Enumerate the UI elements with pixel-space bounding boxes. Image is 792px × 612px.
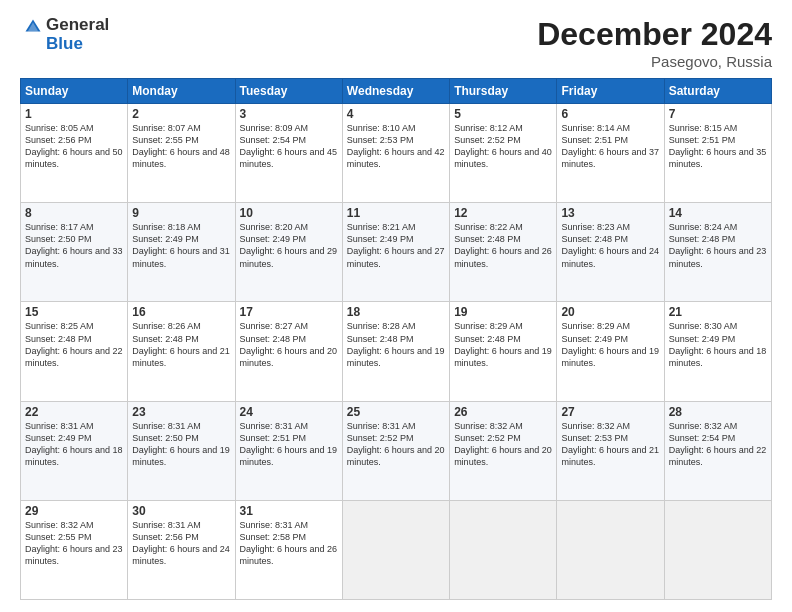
- calendar-cell: [450, 500, 557, 599]
- calendar-cell: 13 Sunrise: 8:23 AMSunset: 2:48 PMDaylig…: [557, 203, 664, 302]
- day-number: 5: [454, 107, 552, 121]
- calendar-week-4: 22 Sunrise: 8:31 AMSunset: 2:49 PMDaylig…: [21, 401, 772, 500]
- day-number: 3: [240, 107, 338, 121]
- calendar-cell: 7 Sunrise: 8:15 AMSunset: 2:51 PMDayligh…: [664, 104, 771, 203]
- day-number: 28: [669, 405, 767, 419]
- calendar-week-2: 8 Sunrise: 8:17 AMSunset: 2:50 PMDayligh…: [21, 203, 772, 302]
- col-header-friday: Friday: [557, 79, 664, 104]
- day-number: 22: [25, 405, 123, 419]
- day-detail: Sunrise: 8:32 AMSunset: 2:55 PMDaylight:…: [25, 520, 123, 566]
- calendar-cell: 9 Sunrise: 8:18 AMSunset: 2:49 PMDayligh…: [128, 203, 235, 302]
- day-detail: Sunrise: 8:31 AMSunset: 2:49 PMDaylight:…: [25, 421, 123, 467]
- day-detail: Sunrise: 8:15 AMSunset: 2:51 PMDaylight:…: [669, 123, 767, 169]
- day-detail: Sunrise: 8:17 AMSunset: 2:50 PMDaylight:…: [25, 222, 123, 268]
- calendar-cell: 20 Sunrise: 8:29 AMSunset: 2:49 PMDaylig…: [557, 302, 664, 401]
- calendar-cell: 8 Sunrise: 8:17 AMSunset: 2:50 PMDayligh…: [21, 203, 128, 302]
- day-detail: Sunrise: 8:20 AMSunset: 2:49 PMDaylight:…: [240, 222, 338, 268]
- day-detail: Sunrise: 8:22 AMSunset: 2:48 PMDaylight:…: [454, 222, 552, 268]
- calendar-cell: 26 Sunrise: 8:32 AMSunset: 2:52 PMDaylig…: [450, 401, 557, 500]
- calendar-cell: [664, 500, 771, 599]
- calendar-week-3: 15 Sunrise: 8:25 AMSunset: 2:48 PMDaylig…: [21, 302, 772, 401]
- logo-text: General Blue: [46, 16, 109, 53]
- day-detail: Sunrise: 8:30 AMSunset: 2:49 PMDaylight:…: [669, 321, 767, 367]
- calendar-cell: 15 Sunrise: 8:25 AMSunset: 2:48 PMDaylig…: [21, 302, 128, 401]
- day-detail: Sunrise: 8:32 AMSunset: 2:53 PMDaylight:…: [561, 421, 659, 467]
- col-header-thursday: Thursday: [450, 79, 557, 104]
- day-number: 16: [132, 305, 230, 319]
- calendar-cell: 28 Sunrise: 8:32 AMSunset: 2:54 PMDaylig…: [664, 401, 771, 500]
- day-detail: Sunrise: 8:10 AMSunset: 2:53 PMDaylight:…: [347, 123, 445, 169]
- calendar-cell: 14 Sunrise: 8:24 AMSunset: 2:48 PMDaylig…: [664, 203, 771, 302]
- day-number: 1: [25, 107, 123, 121]
- day-number: 8: [25, 206, 123, 220]
- calendar-cell: 16 Sunrise: 8:26 AMSunset: 2:48 PMDaylig…: [128, 302, 235, 401]
- day-number: 29: [25, 504, 123, 518]
- day-detail: Sunrise: 8:21 AMSunset: 2:49 PMDaylight:…: [347, 222, 445, 268]
- page: General Blue December 2024 Pasegovo, Rus…: [0, 0, 792, 612]
- day-number: 19: [454, 305, 552, 319]
- day-number: 25: [347, 405, 445, 419]
- day-detail: Sunrise: 8:14 AMSunset: 2:51 PMDaylight:…: [561, 123, 659, 169]
- logo: General Blue: [20, 16, 109, 53]
- day-detail: Sunrise: 8:31 AMSunset: 2:52 PMDaylight:…: [347, 421, 445, 467]
- day-number: 11: [347, 206, 445, 220]
- day-detail: Sunrise: 8:07 AMSunset: 2:55 PMDaylight:…: [132, 123, 230, 169]
- calendar-cell: 3 Sunrise: 8:09 AMSunset: 2:54 PMDayligh…: [235, 104, 342, 203]
- calendar-cell: 27 Sunrise: 8:32 AMSunset: 2:53 PMDaylig…: [557, 401, 664, 500]
- calendar-cell: 19 Sunrise: 8:29 AMSunset: 2:48 PMDaylig…: [450, 302, 557, 401]
- day-detail: Sunrise: 8:25 AMSunset: 2:48 PMDaylight:…: [25, 321, 123, 367]
- calendar-cell: 21 Sunrise: 8:30 AMSunset: 2:49 PMDaylig…: [664, 302, 771, 401]
- title-block: December 2024 Pasegovo, Russia: [537, 16, 772, 70]
- day-number: 10: [240, 206, 338, 220]
- day-number: 4: [347, 107, 445, 121]
- day-detail: Sunrise: 8:28 AMSunset: 2:48 PMDaylight:…: [347, 321, 445, 367]
- logo-general: General: [46, 16, 109, 35]
- calendar-cell: 4 Sunrise: 8:10 AMSunset: 2:53 PMDayligh…: [342, 104, 449, 203]
- calendar-cell: 10 Sunrise: 8:20 AMSunset: 2:49 PMDaylig…: [235, 203, 342, 302]
- calendar-cell: 24 Sunrise: 8:31 AMSunset: 2:51 PMDaylig…: [235, 401, 342, 500]
- calendar-cell: 12 Sunrise: 8:22 AMSunset: 2:48 PMDaylig…: [450, 203, 557, 302]
- day-detail: Sunrise: 8:05 AMSunset: 2:56 PMDaylight:…: [25, 123, 123, 169]
- header: General Blue December 2024 Pasegovo, Rus…: [20, 16, 772, 70]
- day-number: 26: [454, 405, 552, 419]
- day-detail: Sunrise: 8:32 AMSunset: 2:52 PMDaylight:…: [454, 421, 552, 467]
- day-number: 21: [669, 305, 767, 319]
- calendar-cell: 22 Sunrise: 8:31 AMSunset: 2:49 PMDaylig…: [21, 401, 128, 500]
- calendar-week-1: 1 Sunrise: 8:05 AMSunset: 2:56 PMDayligh…: [21, 104, 772, 203]
- calendar-cell: 2 Sunrise: 8:07 AMSunset: 2:55 PMDayligh…: [128, 104, 235, 203]
- day-number: 20: [561, 305, 659, 319]
- day-number: 31: [240, 504, 338, 518]
- calendar-cell: [557, 500, 664, 599]
- day-number: 23: [132, 405, 230, 419]
- calendar-cell: 5 Sunrise: 8:12 AMSunset: 2:52 PMDayligh…: [450, 104, 557, 203]
- col-header-wednesday: Wednesday: [342, 79, 449, 104]
- day-number: 14: [669, 206, 767, 220]
- calendar-cell: 1 Sunrise: 8:05 AMSunset: 2:56 PMDayligh…: [21, 104, 128, 203]
- day-detail: Sunrise: 8:18 AMSunset: 2:49 PMDaylight:…: [132, 222, 230, 268]
- calendar-header-row: SundayMondayTuesdayWednesdayThursdayFrid…: [21, 79, 772, 104]
- day-number: 27: [561, 405, 659, 419]
- calendar-cell: 23 Sunrise: 8:31 AMSunset: 2:50 PMDaylig…: [128, 401, 235, 500]
- day-number: 17: [240, 305, 338, 319]
- day-detail: Sunrise: 8:27 AMSunset: 2:48 PMDaylight:…: [240, 321, 338, 367]
- day-detail: Sunrise: 8:29 AMSunset: 2:49 PMDaylight:…: [561, 321, 659, 367]
- calendar-cell: 29 Sunrise: 8:32 AMSunset: 2:55 PMDaylig…: [21, 500, 128, 599]
- calendar-cell: 18 Sunrise: 8:28 AMSunset: 2:48 PMDaylig…: [342, 302, 449, 401]
- logo-blue: Blue: [46, 35, 109, 54]
- calendar-cell: 11 Sunrise: 8:21 AMSunset: 2:49 PMDaylig…: [342, 203, 449, 302]
- day-detail: Sunrise: 8:26 AMSunset: 2:48 PMDaylight:…: [132, 321, 230, 367]
- day-number: 2: [132, 107, 230, 121]
- day-detail: Sunrise: 8:29 AMSunset: 2:48 PMDaylight:…: [454, 321, 552, 367]
- day-detail: Sunrise: 8:31 AMSunset: 2:58 PMDaylight:…: [240, 520, 338, 566]
- calendar-cell: 25 Sunrise: 8:31 AMSunset: 2:52 PMDaylig…: [342, 401, 449, 500]
- day-number: 15: [25, 305, 123, 319]
- day-detail: Sunrise: 8:31 AMSunset: 2:51 PMDaylight:…: [240, 421, 338, 467]
- calendar-cell: 30 Sunrise: 8:31 AMSunset: 2:56 PMDaylig…: [128, 500, 235, 599]
- day-detail: Sunrise: 8:31 AMSunset: 2:50 PMDaylight:…: [132, 421, 230, 467]
- calendar-cell: [342, 500, 449, 599]
- calendar-week-5: 29 Sunrise: 8:32 AMSunset: 2:55 PMDaylig…: [21, 500, 772, 599]
- col-header-tuesday: Tuesday: [235, 79, 342, 104]
- calendar-cell: 6 Sunrise: 8:14 AMSunset: 2:51 PMDayligh…: [557, 104, 664, 203]
- day-number: 7: [669, 107, 767, 121]
- calendar-cell: 31 Sunrise: 8:31 AMSunset: 2:58 PMDaylig…: [235, 500, 342, 599]
